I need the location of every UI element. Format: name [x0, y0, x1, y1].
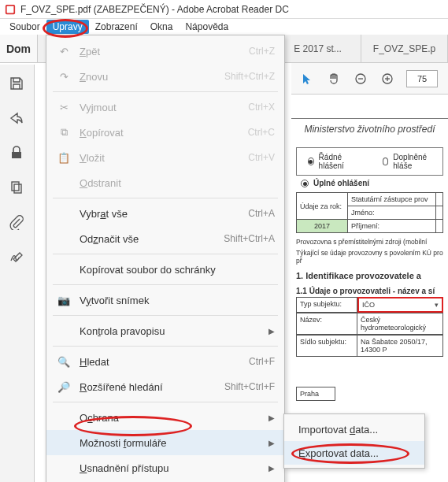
doc-year-table: Údaje za rok: Statutární zástupce prov J…	[296, 192, 443, 233]
cell-praha: Praha	[296, 387, 335, 401]
doc-report-type-group: Řádné hlášení Doplněné hláše	[296, 147, 443, 176]
hand-icon[interactable]	[326, 71, 342, 87]
label-typ-subjektu: Typ subjektu:	[296, 297, 357, 313]
svg-rect-7	[12, 152, 21, 158]
svg-rect-8	[12, 182, 19, 191]
doc-radio-doplnene[interactable]: Doplněné hláše	[383, 153, 431, 170]
field-sidlo[interactable]: Na Šabatce 2050/17, 14300 P	[357, 335, 443, 357]
menu-redo: ↷ Znovu Shift+Ctrl+Z	[46, 64, 284, 89]
menu-windows[interactable]: Okna	[144, 20, 180, 34]
menu-advanced-find[interactable]: 🔎 Rozšířené hledání Shift+Ctrl+F	[46, 374, 284, 399]
tab-doc-2[interactable]: F_OVZ_SPE.p	[361, 35, 448, 62]
label-nazev: Název:	[296, 313, 357, 335]
cell-udaje-label: Údaje za rok:	[297, 193, 348, 220]
doc-radio-uplne[interactable]: Úplné ohlášení	[301, 179, 442, 187]
doc-radio-radne[interactable]: Řádné hlášení	[308, 153, 354, 170]
menu-file[interactable]: Soubor	[3, 20, 46, 34]
doc-sect-1-1: 1.1 Údaje o provozovateli - název a sí	[296, 287, 443, 295]
menu-find[interactable]: 🔍 Hledat Ctrl+F	[46, 349, 284, 374]
paste-icon: 📋	[56, 152, 72, 164]
tab-doc-1[interactable]: E 2017 st...	[275, 35, 361, 62]
window-title: F_OVZ_SPE.pdf (ZABEZPEČENÝ) - Adobe Acro…	[20, 4, 289, 15]
toolbar: 75	[291, 63, 448, 95]
chevron-right-icon: ▶	[268, 413, 275, 422]
cell-jmeno-label: Jméno:	[347, 206, 435, 220]
save-icon[interactable]	[9, 76, 26, 93]
menu-accessibility[interactable]: Usnadnění přístupu ▶	[46, 455, 284, 480]
share-icon[interactable]	[9, 110, 26, 128]
menu-protection[interactable]: Ochrana ▶	[46, 405, 284, 430]
doc-note-1: Provozovna s přemístitelnými zdroji (mob…	[296, 238, 443, 246]
menu-edit[interactable]: Úpravy	[46, 20, 89, 34]
submenu-export-data[interactable]: Exportovat data...	[284, 441, 424, 465]
acrobat-icon	[5, 4, 16, 15]
menu-delete: Odstranit	[46, 170, 284, 195]
doc-sect-1: 1. Identifikace provozovatele a	[296, 271, 443, 280]
cell-year-value[interactable]: 2017	[297, 220, 348, 233]
copy-icon[interactable]	[9, 180, 26, 197]
doc-ministry-header: Ministerstvo životního prostředí	[291, 118, 448, 135]
chevron-right-icon: ▶	[268, 464, 275, 473]
chevron-right-icon: ▶	[268, 439, 275, 447]
menu-undo: ↶ ZZpětpět Ctrl+Z	[46, 39, 284, 64]
doc-note-2: Týkající se údaje provozovny s povolením…	[296, 249, 443, 265]
menu-copy: ⧉ Kopírovat Ctrl+C	[46, 120, 284, 145]
signature-icon[interactable]	[9, 249, 26, 266]
menu-help[interactable]: Nápověda	[179, 20, 235, 34]
zoom-in-icon[interactable]	[380, 71, 395, 87]
lock-icon[interactable]	[9, 145, 26, 162]
menubar: Soubor Úpravy Zobrazení Okna Nápověda	[0, 19, 448, 35]
camera-icon: 📷	[56, 295, 72, 306]
label-sidlo: Sídlo subjektu:	[296, 335, 357, 357]
menu-deselect-all[interactable]: Odznačit vše Shift+Ctrl+A	[46, 226, 284, 251]
zoom-level-field[interactable]: 75	[406, 70, 438, 87]
field-typ-subjektu[interactable]: IČO ▾	[357, 297, 443, 313]
menu-spellcheck[interactable]: Kontrola pravopisu ▶	[46, 318, 284, 343]
menu-view[interactable]: Zobrazení	[89, 20, 144, 34]
chevron-right-icon: ▶	[268, 327, 275, 336]
menu-form-options[interactable]: Možnosti formuláře ▶	[46, 430, 284, 455]
cell-stat-zast: Statutární zástupce prov	[347, 193, 435, 206]
zoom-out-icon[interactable]	[353, 71, 368, 87]
menu-take-snapshot[interactable]: 📷 Vytvořit snímek	[46, 287, 284, 313]
sidebar	[0, 65, 35, 482]
search-icon: 🔍	[56, 356, 72, 368]
menu-copy-file-to-clipboard[interactable]: Kopírovat soubor do schránky	[46, 257, 284, 282]
menu-paste: 📋 Vložit Ctrl+V	[46, 145, 284, 170]
cell-prijmeni-label: Příjmení:	[347, 220, 435, 233]
svg-rect-9	[14, 184, 21, 193]
copy-icon: ⧉	[56, 126, 72, 139]
titlebar: F_OVZ_SPE.pdf (ZABEZPEČENÝ) - Adobe Acro…	[0, 0, 448, 19]
attachment-icon[interactable]	[9, 214, 26, 232]
zoom-value: 75	[417, 74, 427, 83]
undo-icon: ↶	[56, 46, 72, 57]
svg-rect-1	[7, 6, 14, 13]
menu-cut: ✂ Vyjmout Ctrl+X	[46, 95, 284, 120]
submenu-import-data[interactable]: Importovat data...	[284, 417, 424, 441]
edit-menu-dropdown: ↶ ZZpětpět Ctrl+Z ↷ Znovu Shift+Ctrl+Z ✂…	[46, 35, 285, 482]
cursor-icon[interactable]	[299, 71, 315, 87]
tab-home[interactable]: Dom	[0, 35, 38, 62]
redo-icon: ↷	[56, 71, 72, 83]
cut-icon: ✂	[56, 102, 72, 113]
menu-select-all[interactable]: Vybrat vše Ctrl+A	[46, 201, 284, 226]
field-nazev[interactable]: Český hydrometeorologický	[357, 313, 443, 335]
form-options-submenu: Importovat data... Exportovat data...	[283, 413, 425, 469]
adv-search-icon: 🔎	[56, 381, 72, 393]
